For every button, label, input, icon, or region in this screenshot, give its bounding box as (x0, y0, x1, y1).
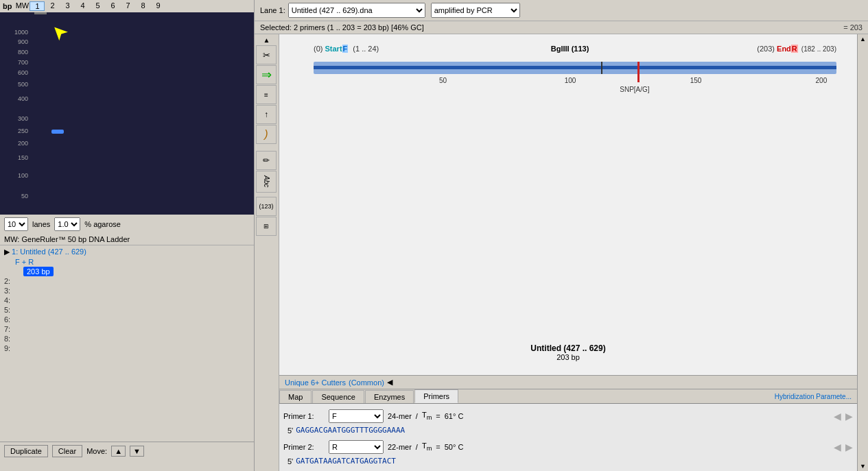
start-range: (1 .. 24) (353, 45, 379, 53)
unique-cutters-link[interactable]: Unique 6+ Cutters (285, 378, 346, 387)
list-item-7: 7: (4, 324, 250, 334)
common-link[interactable]: (Common) (349, 378, 384, 387)
primer1-five-prime: 5' (288, 426, 293, 435)
primer1-eq: = (436, 412, 440, 420)
primer2-five-prime: 5' (288, 457, 293, 466)
lines-tool[interactable]: ≡ (256, 85, 277, 104)
lane-7[interactable]: 7 (120, 1, 135, 11)
list-item-3: 3: (4, 286, 250, 295)
curve-tool[interactable]: ) (256, 125, 277, 144)
end-r-label: End (777, 45, 791, 53)
list-item-6: 6: (4, 315, 250, 324)
lane1-label[interactable]: 1: Untitled (427 .. 629) (12, 247, 86, 256)
bp-900: 900 (18, 38, 28, 45)
tab-primers[interactable]: Primers (414, 389, 458, 403)
lane-1[interactable]: 1 (30, 1, 45, 11)
scroll-down-arrow[interactable]: ▼ (858, 461, 867, 471)
start-label: (0) StartF (1 .. 24) (314, 45, 379, 53)
pencil-tool[interactable]: ✏ (256, 151, 277, 170)
list-item-8: 8: (4, 334, 250, 343)
fr-label: F + R (15, 258, 34, 266)
yellow-arrow: ➤ (47, 20, 71, 45)
lane-8[interactable]: 8 (135, 1, 150, 11)
bp-50: 50 (21, 193, 28, 200)
scroll-up-btn[interactable]: ▲ (256, 36, 277, 45)
amplified-select[interactable]: amplified by PCR (431, 3, 520, 18)
chevron-icon[interactable]: ◀ (387, 378, 392, 387)
primer1-name-select[interactable]: F (329, 409, 384, 423)
molecule-name: Untitled (427 .. 629) (279, 343, 857, 353)
bottom-buttons: Duplicate Clear Move: ▲ ▼ (0, 442, 254, 460)
lane-numbers: MW 1 2 3 4 5 6 7 8 9 (14, 1, 165, 11)
primer2-scroll-right[interactable]: ▶ (845, 442, 853, 452)
tick-200: 200 (816, 77, 828, 84)
bp-800: 800 (18, 49, 28, 56)
main-container: bp MW 1 2 3 4 5 6 7 8 9 1000 900 800 700 (0, 0, 868, 471)
tab-map[interactable]: Map (279, 390, 312, 403)
bp-700: 700 (18, 59, 28, 66)
molecule-bp: 203 bp (279, 353, 857, 361)
lane-9[interactable]: 9 (150, 1, 165, 11)
format-123-tool[interactable]: (123) (256, 197, 277, 216)
lane-file-select[interactable]: Untitled (427 .. 629).dna (288, 3, 425, 18)
duplicate-button[interactable]: Duplicate (4, 445, 48, 457)
bp-label: bp (3, 2, 12, 10)
lane-5[interactable]: 5 (90, 1, 105, 11)
bp-600: 600 (18, 69, 28, 76)
primer2-name-select[interactable]: R (329, 440, 384, 454)
dna-bar (314, 62, 836, 74)
abc-tool[interactable]: Abc (256, 171, 277, 193)
primer1-mer: 24-mer (388, 412, 412, 420)
arrow-tool[interactable]: ⇒ (256, 65, 277, 84)
dna-inner-stripe (314, 66, 836, 69)
clear-button[interactable]: Clear (52, 445, 82, 457)
move-up-button[interactable]: ▲ (111, 446, 126, 457)
primer1-scroll-left[interactable]: ◀ (834, 411, 841, 422)
scissors-tool[interactable]: ✂ (256, 45, 277, 64)
tabs-row: Map Sequence Enzymes Primers Hybridizati… (279, 389, 857, 404)
primer1-label: Primer 1: (283, 412, 325, 420)
bp-100: 100 (18, 172, 28, 179)
lane-6[interactable]: 6 (105, 1, 120, 11)
end-label: (203) EndR (182 .. 203) (757, 45, 836, 53)
lane-list[interactable]: ▶ 1: Untitled (427 .. 629) F + R 203 bp … (0, 245, 254, 442)
primer2-row: Primer 2: R 22-mer / Tm = 50° C ◀ ▶ (283, 439, 853, 455)
list-item-1[interactable]: ▶ 1: Untitled (427 .. 629) (4, 247, 250, 257)
right-scrollbar[interactable]: ▲ ▼ (857, 34, 868, 471)
primer1-scroll-right[interactable]: ▶ (845, 411, 853, 422)
tab-sequence[interactable]: Sequence (312, 390, 364, 403)
lanes-count-select[interactable]: 10 8 12 (4, 217, 28, 231)
snp-marker (637, 62, 640, 82)
list-item-9: 9: (4, 343, 250, 353)
primer2-scroll-left[interactable]: ◀ (834, 442, 841, 452)
bgliii-text: BglIII (113) (551, 45, 589, 53)
tick-50: 50 (439, 77, 447, 84)
primer1-tm: 61° C (445, 412, 464, 420)
bp-scale-area: 1000 900 800 700 600 500 400 300 250 200… (0, 12, 31, 215)
lane-4[interactable]: 4 (75, 1, 90, 11)
lane-mw: MW (14, 1, 30, 11)
list-item-5: 5: (4, 305, 250, 315)
move-down-button[interactable]: ▼ (130, 446, 144, 457)
agarose-select[interactable]: 1.0 0.8 1.5 (54, 217, 80, 231)
map-view-area: (0) StartF (1 .. 24) BglIII (113) (203) … (279, 34, 857, 471)
lane-2[interactable]: 2 (45, 1, 60, 11)
primer2-tm: 50° C (445, 443, 464, 451)
mw-title-bar: MW: GeneRuler™ 50 bp DNA Ladder (0, 234, 254, 245)
up-arrow-tool[interactable]: ↑ (256, 105, 277, 124)
hybridization-params-link[interactable]: Hybridization Paramete... (769, 391, 857, 402)
tab-enzymes[interactable]: Enzymes (365, 390, 414, 403)
lane-3[interactable]: 3 (60, 1, 75, 11)
gel-lanes[interactable]: ➤ ➤ (31, 12, 254, 215)
scroll-up-arrow[interactable]: ▲ (858, 34, 867, 44)
right-panel: Lane 1: Untitled (427 .. 629).dna amplif… (254, 0, 868, 471)
end-203: (203) (757, 45, 777, 53)
tick-100: 100 (565, 77, 576, 84)
sequence-map-area[interactable]: (0) StartF (1 .. 24) BglIII (113) (203) … (279, 34, 857, 375)
bp-result-badge: 203 bp (23, 267, 54, 276)
mw-title: MW: GeneRuler™ 50 bp DNA Ladder (4, 235, 130, 243)
snp-label: SNP[A/G] (620, 86, 649, 93)
list-item-4: 4: (4, 295, 250, 305)
toolbar-spacer2 (256, 193, 277, 196)
table-tool[interactable]: ⊞ (256, 217, 277, 236)
